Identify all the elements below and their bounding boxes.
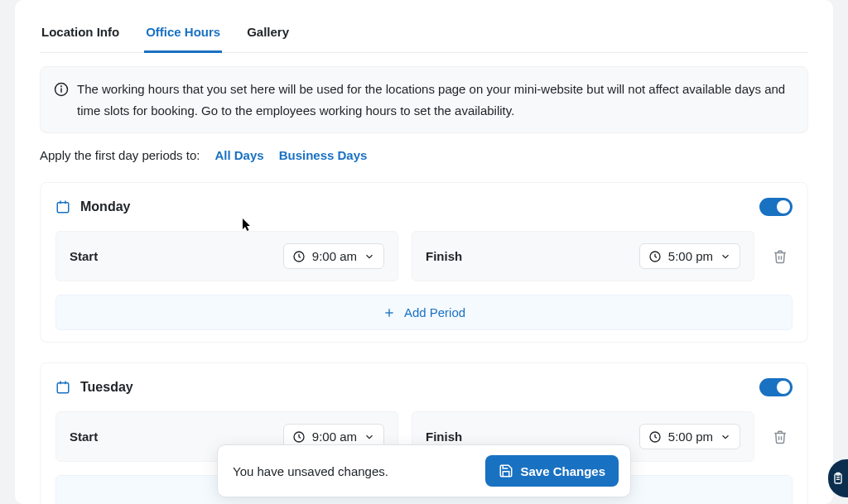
add-period-button[interactable]: Add Period	[55, 295, 793, 330]
info-icon	[54, 82, 69, 97]
clock-icon	[648, 430, 662, 444]
tab-location-info[interactable]: Location Info	[40, 15, 121, 53]
save-icon	[499, 463, 513, 478]
finish-time-value: 5:00 pm	[668, 430, 713, 444]
trash-icon	[773, 430, 788, 444]
calendar-icon	[55, 199, 70, 214]
finish-time-value: 5:00 pm	[668, 249, 713, 263]
finish-time-picker[interactable]: 5:00 pm	[639, 243, 740, 269]
add-period-label: Add Period	[404, 305, 465, 319]
unsaved-changes-bar: You have unsaved changes. Save Changes	[217, 444, 631, 497]
start-time-picker[interactable]: 9:00 am	[283, 243, 384, 269]
apply-business-days[interactable]: Business Days	[279, 148, 368, 162]
finish-time-picker[interactable]: 5:00 pm	[639, 424, 740, 449]
delete-period-button[interactable]	[768, 244, 793, 269]
delete-period-button[interactable]	[768, 425, 793, 449]
start-time-value: 9:00 am	[312, 249, 357, 263]
tab-office-hours[interactable]: Office Hours	[144, 15, 222, 53]
finish-label: Finish	[426, 430, 462, 444]
svg-rect-10	[57, 383, 69, 393]
trash-icon	[773, 249, 788, 264]
apply-all-days[interactable]: All Days	[214, 148, 263, 162]
chevron-down-icon	[364, 251, 375, 262]
svg-point-2	[61, 86, 62, 87]
info-text: The working hours that you set here will…	[77, 79, 794, 121]
chevron-down-icon	[364, 431, 375, 443]
day-section-monday: Monday Start 9:00 am Finish	[40, 182, 808, 343]
calendar-icon	[55, 380, 70, 395]
tabs: Location Info Office Hours Gallery	[40, 12, 808, 53]
apply-row: Apply the first day periods to: All Days…	[40, 148, 808, 162]
save-button-label: Save Changes	[520, 464, 605, 478]
chevron-down-icon	[720, 431, 731, 443]
clock-icon	[292, 430, 306, 444]
start-field: Start 9:00 am	[55, 231, 398, 281]
tab-gallery[interactable]: Gallery	[245, 15, 291, 53]
start-time-value: 9:00 am	[312, 430, 357, 444]
clipboard-icon	[831, 471, 845, 486]
day-toggle-monday[interactable]	[759, 198, 793, 216]
start-label: Start	[70, 430, 98, 444]
unsaved-message: You have unsaved changes.	[233, 464, 388, 478]
chevron-down-icon	[720, 251, 731, 262]
info-banner: The working hours that you set here will…	[40, 66, 808, 133]
save-changes-button[interactable]: Save Changes	[485, 455, 619, 487]
plus-icon	[383, 306, 396, 319]
apply-label: Apply the first day periods to:	[40, 148, 200, 162]
finish-field: Finish 5:00 pm	[412, 231, 754, 281]
day-toggle-tuesday[interactable]	[759, 378, 793, 396]
svg-rect-3	[57, 203, 69, 213]
day-name: Monday	[80, 199, 130, 214]
clock-icon	[292, 250, 306, 263]
finish-label: Finish	[426, 249, 462, 263]
clock-icon	[648, 250, 662, 263]
day-name: Tuesday	[80, 380, 133, 395]
start-label: Start	[70, 249, 98, 263]
